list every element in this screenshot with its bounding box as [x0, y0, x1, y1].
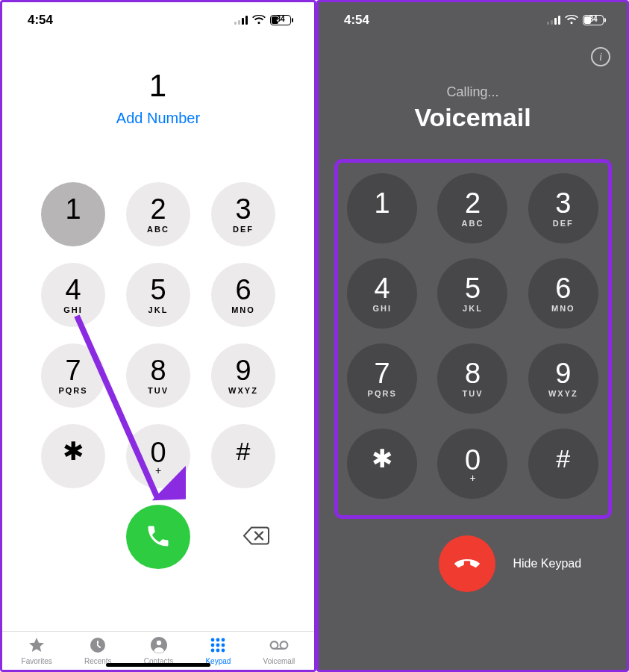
battery-icon: 34 [583, 15, 606, 25]
wifi-icon [252, 15, 266, 25]
svg-point-4 [211, 638, 215, 642]
key-6[interactable]: 6MNO [211, 263, 275, 327]
call-status: Calling... [319, 84, 627, 100]
home-indicator [106, 663, 210, 667]
key-4[interactable]: 4GHI [41, 263, 105, 327]
incall-actions: Hide Keypad [319, 535, 627, 592]
info-button[interactable]: i [591, 47, 610, 66]
phone-down-icon [452, 548, 482, 580]
key-0[interactable]: 0+ [437, 429, 507, 499]
key-7[interactable]: 7PQRS [347, 343, 417, 414]
incall-screen: 4:54 34 i Calling... Voicemail 1 2ABC 3D… [316, 0, 629, 672]
svg-point-12 [222, 649, 225, 653]
status-bar: 4:54 34 [2, 2, 314, 31]
svg-point-6 [222, 638, 225, 642]
dialed-number: 1 [2, 68, 314, 104]
key-star[interactable]: ✱ [41, 424, 105, 488]
key-8[interactable]: 8TUV [126, 343, 190, 408]
svg-point-8 [216, 644, 220, 647]
key-4[interactable]: 4GHI [347, 258, 417, 329]
add-number-button[interactable]: Add Number [116, 110, 200, 127]
key-hash[interactable]: # [528, 429, 598, 499]
info-icon: i [599, 51, 602, 63]
incall-keypad: 1 2ABC 3DEF 4GHI 5JKL 6MNO 7PQRS 8TUV 9W… [334, 159, 612, 519]
battery-icon: 34 [270, 15, 293, 25]
key-9[interactable]: 9WXYZ [211, 343, 275, 408]
cellular-signal-icon [234, 16, 248, 25]
svg-point-10 [211, 649, 215, 653]
cellular-signal-icon [547, 16, 560, 25]
key-6[interactable]: 6MNO [528, 258, 598, 329]
key-star[interactable]: ✱ [347, 429, 417, 499]
key-5[interactable]: 5JKL [126, 263, 190, 327]
key-5[interactable]: 5JKL [437, 258, 507, 329]
dialer-display: 1 Add Number [2, 68, 314, 127]
svg-point-13 [271, 641, 278, 649]
dialer-keypad: 1 2ABC 3DEF 4GHI 5JKL 6MNO 7PQRS 8TUV 9W… [39, 182, 278, 488]
svg-point-3 [156, 641, 160, 645]
call-header: Calling... Voicemail [319, 84, 627, 132]
key-2[interactable]: 2ABC [126, 182, 190, 246]
svg-point-9 [222, 644, 225, 647]
delete-button[interactable] [242, 526, 271, 549]
svg-point-5 [216, 638, 220, 642]
backspace-icon [242, 538, 271, 549]
call-row [2, 505, 314, 569]
call-button[interactable] [126, 505, 190, 569]
dialer-screen: 4:54 34 1 Add Number 1 2ABC 3DEF 4GHI 5J… [0, 0, 316, 672]
key-9[interactable]: 9WXYZ [528, 343, 598, 414]
key-hash[interactable]: # [211, 424, 275, 488]
svg-point-14 [281, 641, 288, 649]
key-2[interactable]: 2ABC [437, 173, 507, 243]
svg-point-11 [216, 649, 220, 653]
phone-icon [145, 523, 172, 552]
wifi-icon [565, 15, 578, 25]
svg-point-7 [211, 644, 215, 647]
status-icons: 34 [234, 15, 293, 25]
status-time: 4:54 [28, 13, 53, 28]
key-3[interactable]: 3DEF [528, 173, 598, 243]
callee-name: Voicemail [319, 103, 627, 132]
status-icons: 34 [547, 15, 606, 25]
hide-keypad-button[interactable]: Hide Keypad [513, 557, 595, 570]
key-1[interactable]: 1 [41, 182, 105, 246]
key-1[interactable]: 1 [347, 173, 417, 243]
key-3[interactable]: 3DEF [211, 182, 275, 246]
status-time: 4:54 [344, 13, 369, 28]
key-0[interactable]: 0+ [126, 424, 190, 488]
end-call-button[interactable] [439, 535, 495, 592]
key-8[interactable]: 8TUV [437, 343, 507, 414]
status-bar: 4:54 34 [319, 2, 627, 31]
key-7[interactable]: 7PQRS [41, 343, 105, 408]
